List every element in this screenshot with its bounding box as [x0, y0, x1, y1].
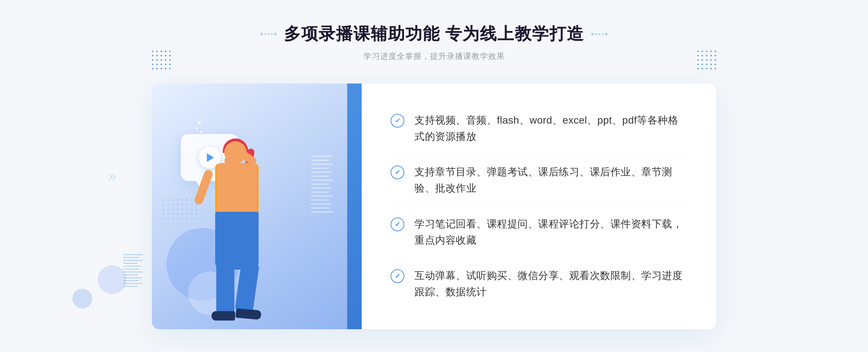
feature-item-2: ✓ 支持章节目录、弹题考试、课后练习、课后作业、章节测验、批改作业: [391, 157, 687, 204]
check-mark-3: ✓: [395, 220, 401, 228]
check-icon-4: ✓: [391, 269, 404, 283]
check-mark-4: ✓: [395, 272, 401, 280]
ill-dot-grid: [163, 199, 197, 219]
feature-item-4: ✓ 互动弹幕、试听购买、微信分享、观看次数限制、学习进度跟踪、数据统计: [391, 261, 687, 308]
stripe-deco-left: [123, 254, 143, 287]
check-mark-1: ✓: [395, 117, 401, 125]
check-icon-2: ✓: [391, 166, 404, 179]
page-subtitle: 学习进度全掌握，提升录播课教学效果: [260, 51, 608, 62]
content-card: ✓ 支持视频、音频、flash、word、excel、ppt、pdf等各种格式的…: [152, 83, 716, 329]
feature-text-3: 学习笔记回看、课程提问、课程评论打分、课件资料下载，重点内容收藏: [414, 216, 687, 249]
title-deco-right: [591, 33, 608, 35]
check-icon-3: ✓: [391, 218, 404, 231]
header-title-row: 多项录播课辅助功能 专为线上教学打造: [260, 23, 608, 45]
deco-dots-top-left: [152, 51, 171, 69]
feature-text-2: 支持章节目录、弹题考试、课后练习、课后作业、章节测验、批改作业: [414, 164, 687, 197]
illustration-area: [152, 83, 362, 329]
page-title: 多项录播课辅助功能 专为线上教学打造: [284, 23, 584, 45]
blue-sidebar-accent: [347, 83, 362, 329]
page-wrapper: » 多项录播课辅助功能 专为线上教学打造 学习进度全掌握，提升录播课教学效果: [0, 0, 868, 352]
feature-text-1: 支持视频、音频、flash、word、excel、ppt、pdf等各种格式的资源…: [414, 112, 687, 145]
deco-circle-2: [72, 289, 92, 309]
title-deco-left: [260, 33, 277, 35]
check-icon-1: ✓: [391, 114, 404, 128]
deco-dots-top-right: [697, 51, 716, 69]
feature-text-4: 互动弹幕、试听购买、微信分享、观看次数限制、学习进度跟踪、数据统计: [414, 268, 687, 300]
sparkle-dots: [195, 123, 200, 133]
deco-circle-1: [98, 265, 127, 294]
figure-illustration: [195, 141, 318, 329]
feature-item-3: ✓ 学习笔记回看、课程提问、课程评论打分、课件资料下载，重点内容收藏: [391, 209, 687, 256]
check-mark-2: ✓: [395, 168, 401, 176]
feature-item-1: ✓ 支持视频、音频、flash、word、excel、ppt、pdf等各种格式的…: [391, 105, 687, 153]
left-chevron-deco: »: [109, 168, 116, 184]
features-panel: ✓ 支持视频、音频、flash、word、excel、ppt、pdf等各种格式的…: [362, 83, 716, 329]
header-section: 多项录播课辅助功能 专为线上教学打造 学习进度全掌握，提升录播课教学效果: [260, 23, 608, 62]
